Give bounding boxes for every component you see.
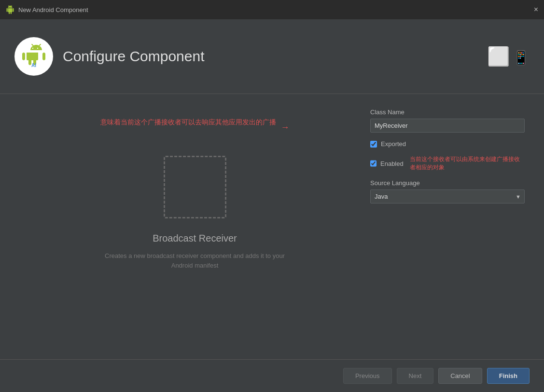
header: AI Configure Component ⬜ 📱 <box>0 19 544 94</box>
title-bar: New Android Component × <box>0 0 544 19</box>
bottom-bar: Previous Next Cancel Finish <box>0 359 544 392</box>
enabled-annotation: 当前这个接收者可以由系统来创建广播接收者相应的对象 <box>410 155 525 172</box>
tablet-icon: ⬜ <box>487 47 510 66</box>
android-logo-icon: AI <box>19 42 48 71</box>
next-button[interactable]: Next <box>397 368 434 384</box>
exported-checkbox-label: Exported <box>381 140 406 148</box>
left-content: 意味着当前这个广播接收者可以去响应其他应用发出的广播 → Broadcast R… <box>19 118 370 270</box>
class-name-input[interactable] <box>370 119 525 133</box>
header-left: AI Configure Component <box>14 37 205 76</box>
left-panel: 意味着当前这个广播接收者可以去响应其他应用发出的广播 → Broadcast R… <box>19 108 370 345</box>
enabled-checkbox-row: Enabled 当前这个接收者可以由系统来创建广播接收者相应的对象 <box>370 155 525 172</box>
broadcast-receiver-desc: Creates a new broadcast receiver compone… <box>98 251 292 270</box>
main-content: 意味着当前这个广播接收者可以去响应其他应用发出的广播 → Broadcast R… <box>0 94 544 359</box>
enabled-checkbox[interactable] <box>370 160 377 167</box>
component-preview <box>164 156 226 218</box>
class-name-group: Class Name <box>370 108 525 133</box>
title-bar-left: New Android Component <box>6 5 88 14</box>
android-title-icon <box>6 5 14 14</box>
finish-button[interactable]: Finish <box>487 368 530 384</box>
title-bar-title: New Android Component <box>18 6 88 14</box>
broadcast-receiver-title: Broadcast Receiver <box>153 233 237 244</box>
phone-icon: 📱 <box>513 51 530 65</box>
source-language-group: Source Language Java Kotlin ▼ <box>370 179 525 203</box>
exported-annotation-block: 意味着当前这个广播接收者可以去响应其他应用发出的广播 → <box>19 118 370 146</box>
source-language-select[interactable]: Java Kotlin <box>370 189 525 203</box>
svg-text:AI: AI <box>31 63 36 68</box>
exported-arrow-row: 意味着当前这个广播接收者可以去响应其他应用发出的广播 → <box>100 118 290 136</box>
right-panel: Class Name Exported Enabled 当前这个接收者可以由系统… <box>370 108 525 345</box>
exported-checkbox-row: Exported <box>370 140 525 148</box>
class-name-label: Class Name <box>370 108 525 116</box>
source-language-label: Source Language <box>370 179 525 187</box>
cancel-button[interactable]: Cancel <box>438 368 482 384</box>
exported-annotation-text: 意味着当前这个广播接收者可以去响应其他应用发出的广播 <box>100 118 276 127</box>
logo-circle: AI <box>14 37 53 76</box>
exported-arrow-symbol: → <box>281 122 290 133</box>
close-button[interactable]: × <box>534 6 538 14</box>
header-title: Configure Component <box>63 48 205 65</box>
header-devices: ⬜ 📱 <box>487 47 530 66</box>
source-language-wrapper: Java Kotlin ▼ <box>370 189 525 203</box>
exported-checkbox[interactable] <box>370 141 377 148</box>
previous-button[interactable]: Previous <box>343 368 392 384</box>
enabled-checkbox-label: Enabled <box>380 160 404 167</box>
